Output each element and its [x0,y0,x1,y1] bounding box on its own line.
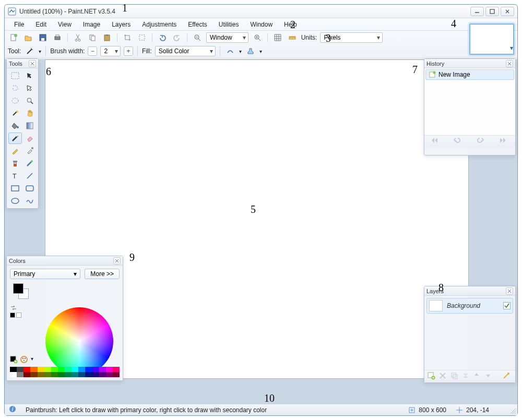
brush-width-label: Brush width: [50,47,85,55]
svg-line-29 [31,102,33,104]
palette-row-2[interactable] [10,372,120,377]
layer-properties-icon[interactable] [503,372,512,381]
layer-duplicate-icon[interactable] [450,372,460,381]
brush-width-combo[interactable]: 2 ▾ [100,46,121,56]
print-icon[interactable] [52,32,63,43]
layer-add-icon[interactable] [428,372,437,381]
tool-move-selection[interactable] [23,70,37,81]
tool-move-pixels[interactable] [23,82,37,94]
history-ff-icon[interactable] [499,137,508,147]
menu-utilities[interactable]: Utilities [213,19,244,30]
resize-grip-icon[interactable] [509,407,516,414]
tool-zoom[interactable] [23,95,37,106]
zoom-in-icon[interactable] [252,32,263,43]
menu-view[interactable]: View [53,19,77,30]
tool-paint-bucket[interactable] [8,120,22,131]
menu-adjustments[interactable]: Adjustments [137,19,182,30]
menu-effects[interactable]: Effects [183,19,212,30]
menu-image[interactable]: Image [78,19,105,30]
close-icon[interactable] [113,257,121,265]
antialias-drop-icon[interactable]: ▾ [239,49,242,54]
svg-point-52 [23,360,25,361]
tool-rect-select[interactable] [8,70,22,81]
tool-selector-icon[interactable] [24,45,35,57]
crop-icon[interactable] [122,32,133,43]
close-icon[interactable] [506,287,513,295]
copy-icon[interactable] [87,32,98,43]
menu-edit[interactable]: Edit [30,19,52,30]
layer-visibility-checkbox[interactable] [503,302,511,309]
layer-item[interactable]: Background [426,298,513,314]
antialias-icon[interactable] [224,45,236,57]
tool-rounded-rect[interactable] [23,183,37,194]
layer-up-icon[interactable] [473,372,483,381]
paste-icon[interactable] [101,32,113,43]
palette-drop-icon[interactable]: ▾ [31,356,33,365]
tool-freeform[interactable] [23,195,37,207]
grid-icon[interactable] [272,32,283,43]
menu-layers[interactable]: Layers [106,19,136,30]
close-button[interactable] [501,7,514,16]
document-list-chevron-icon[interactable]: ▾ [507,43,516,53]
layer-down-icon[interactable] [485,372,494,381]
fill-combo[interactable]: Solid Color ▾ [155,46,216,56]
tool-recolor[interactable] [23,158,37,169]
tool-pan[interactable] [23,107,37,119]
layers-list: Background [424,298,515,314]
redo-icon[interactable] [171,32,183,43]
tool-line[interactable] [23,170,37,182]
tool-lasso-select[interactable] [8,82,22,94]
color-swatch-pair[interactable] [13,283,32,302]
primary-color-swatch[interactable] [13,283,23,294]
layer-name: Background [447,302,499,309]
palette-manage-icon[interactable] [20,356,28,365]
tool-pencil[interactable] [8,145,22,157]
history-item[interactable]: New Image [425,69,514,80]
history-nav [424,135,515,148]
tool-magic-wand[interactable] [8,107,22,119]
ruler-icon[interactable] [287,32,298,43]
open-file-icon[interactable] [22,32,34,43]
layer-merge-icon[interactable] [462,372,471,381]
layer-delete-icon[interactable] [439,372,448,381]
swap-colors-icon[interactable] [10,304,17,313]
brush-width-minus[interactable]: − [88,46,97,56]
menu-window[interactable]: Window [245,19,278,30]
brush-width-plus[interactable]: + [124,46,133,56]
close-icon[interactable] [506,60,513,67]
new-file-icon[interactable] [8,32,19,43]
default-colors-icon[interactable] [10,313,21,318]
tool-eraser[interactable] [23,133,37,144]
colors-more-button[interactable]: More >> [85,269,120,279]
tool-clone-stamp[interactable] [8,158,22,169]
tool-text[interactable]: T [8,170,22,182]
colors-primary-combo[interactable]: Primary▾ [10,269,80,279]
close-icon[interactable] [29,60,36,67]
save-icon[interactable] [37,32,49,43]
annotation-8: 8 [438,282,444,294]
tool-gradient[interactable] [23,120,37,131]
tool-color-picker[interactable] [23,145,37,157]
blend-drop-icon[interactable]: ▾ [259,49,262,54]
tool-rectangle[interactable] [8,183,22,194]
zoom-out-icon[interactable] [192,32,203,43]
tool-ellipse[interactable] [8,195,22,207]
cut-icon[interactable] [72,32,84,43]
minimize-button[interactable] [470,7,484,16]
history-rewind-icon[interactable] [431,137,441,147]
undo-icon[interactable] [157,32,168,43]
palette-row-1[interactable] [10,367,120,372]
window-title: Untitled (100%) - Paint.NET v3.5.4 [19,8,470,15]
maximize-button[interactable] [485,7,499,16]
add-color-icon[interactable] [10,356,17,365]
tool-drop-icon[interactable]: ▾ [39,49,41,54]
tool-ellipse-select[interactable] [8,95,22,106]
tool-paintbrush[interactable] [8,133,22,144]
blend-icon[interactable] [245,45,256,57]
history-undo-icon[interactable] [454,137,463,147]
svg-point-27 [12,98,18,103]
deselect-icon[interactable] [136,32,148,43]
history-redo-icon[interactable] [477,137,486,147]
zoom-mode-combo[interactable]: Window ▾ [206,32,248,43]
menu-file[interactable]: File [9,19,29,30]
